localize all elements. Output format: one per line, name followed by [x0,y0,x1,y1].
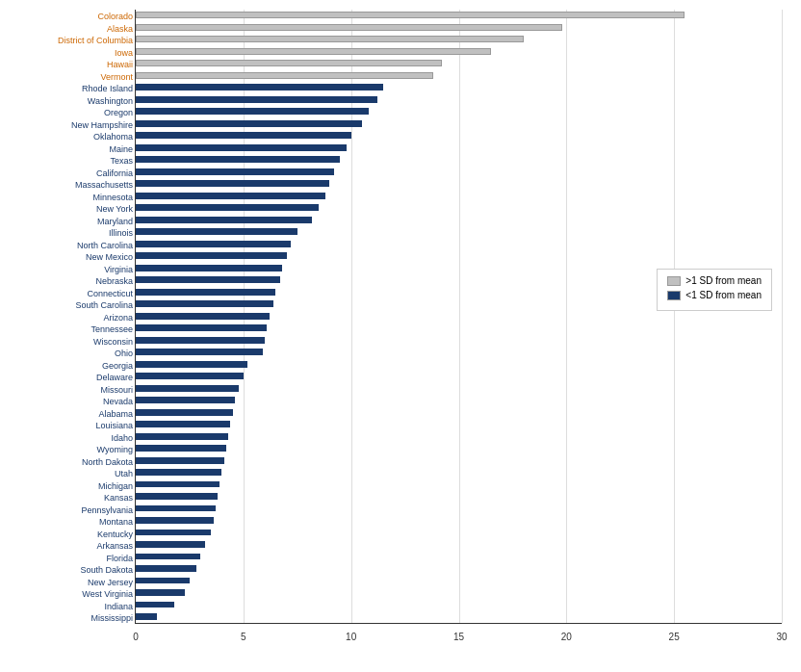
state-label: Hawaii [107,60,133,69]
bar-row: Rhode Island [136,84,782,90]
bar [136,541,205,548]
state-label: District of Columbia [58,36,133,45]
state-label: Kentucky [97,530,133,539]
state-label: New York [96,204,133,214]
bar [136,241,291,247]
bar [136,228,297,235]
state-label: Oklahoma [93,132,133,142]
x-axis-label: 5 [241,632,246,642]
bar-row: Nevada [136,397,782,403]
bar-row: Oklahoma [136,132,782,139]
state-label: Maryland [97,217,133,226]
bar-row: Georgia [136,361,782,368]
bar [136,96,377,103]
bar [136,493,218,500]
bar [136,385,239,392]
state-label: South Carolina [75,300,133,310]
state-label: Vermont [100,72,133,82]
bar-row: Kentucky [136,530,782,536]
state-label: Ohio [115,349,133,358]
bar [136,517,214,524]
state-label: Arizona [103,313,133,323]
bar-row: Alaska [136,24,782,31]
state-label: Oregon [104,108,133,117]
bar [136,12,685,18]
state-label: Alaska [107,24,133,34]
bar-row: Minnesota [136,193,782,199]
bar [136,132,351,139]
bar-row: Utah [136,469,782,476]
state-label: South Dakota [80,565,133,575]
state-label: Iowa [115,48,133,58]
bar-row: Colorado [136,12,782,18]
bar-row: New York [136,204,782,211]
bar [136,324,267,331]
state-label: Nevada [103,397,133,406]
bar [136,180,329,187]
state-label: Alabama [98,409,133,419]
chart-container: 051015202530ColoradoAlaskaDistrict of Co… [0,0,801,672]
chart-area: 051015202530ColoradoAlaskaDistrict of Co… [135,10,782,624]
bar-row: Missouri [136,385,782,392]
state-label: Idaho [111,433,133,443]
bar [136,108,369,115]
bar [136,36,524,42]
bar [136,373,244,379]
bar [136,469,221,476]
state-label: Arkansas [96,541,133,551]
bar-row: Kansas [136,493,782,500]
bar-row: Maine [136,144,782,151]
bar-row: Oregon [136,108,782,115]
bar [136,578,190,584]
state-label: Texas [110,156,133,166]
state-label: Wyoming [97,445,133,454]
x-axis-label: 0 [133,632,139,642]
state-label: Colorado [97,12,133,21]
bar-row: North Dakota [136,457,782,464]
state-label: Mississippi [90,613,133,623]
state-label: New Hampshire [71,120,133,130]
bar [136,60,442,66]
bar-row: New Jersey [136,578,782,584]
bar-row: Tennessee [136,324,782,331]
bar-row: Mississippi [136,613,782,620]
state-label: Minnesota [92,193,133,202]
bar [136,252,287,259]
x-axis-label: 30 [776,632,787,642]
bar-row: North Carolina [136,241,782,247]
legend-below-box [667,291,681,300]
bar-row: Arizona [136,313,782,320]
bar-row: South Dakota [136,565,782,572]
bar [136,120,362,127]
state-label: North Dakota [82,457,133,467]
state-label: Wisconsin [93,337,133,347]
bar [136,217,312,223]
bar [136,313,270,320]
state-label: Utah [115,469,133,478]
state-label: Georgia [102,361,133,371]
bar [136,276,280,283]
bar-row: Indiana [136,602,782,608]
bar-row: Arkansas [136,541,782,548]
bar [136,602,174,608]
bar-row: Florida [136,554,782,560]
bar-row: Delaware [136,373,782,379]
state-label: Montana [99,517,133,527]
bar [136,457,224,464]
bar [136,589,185,596]
bar [136,530,211,536]
legend-below-label: <1 SD from mean [685,290,762,300]
state-label: California [96,168,133,178]
bar [136,505,216,512]
legend: >1 SD from mean <1 SD from mean [657,269,772,311]
bar [136,193,325,199]
state-label: New Mexico [86,252,133,262]
state-label: Missouri [100,385,133,395]
bar [136,349,263,355]
bar [136,72,433,79]
bar [136,144,347,151]
state-label: Pennsylvania [81,505,133,515]
bar-row: Wisconsin [136,337,782,344]
state-label: West Virginia [82,589,133,599]
bar-row: District of Columbia [136,36,782,42]
